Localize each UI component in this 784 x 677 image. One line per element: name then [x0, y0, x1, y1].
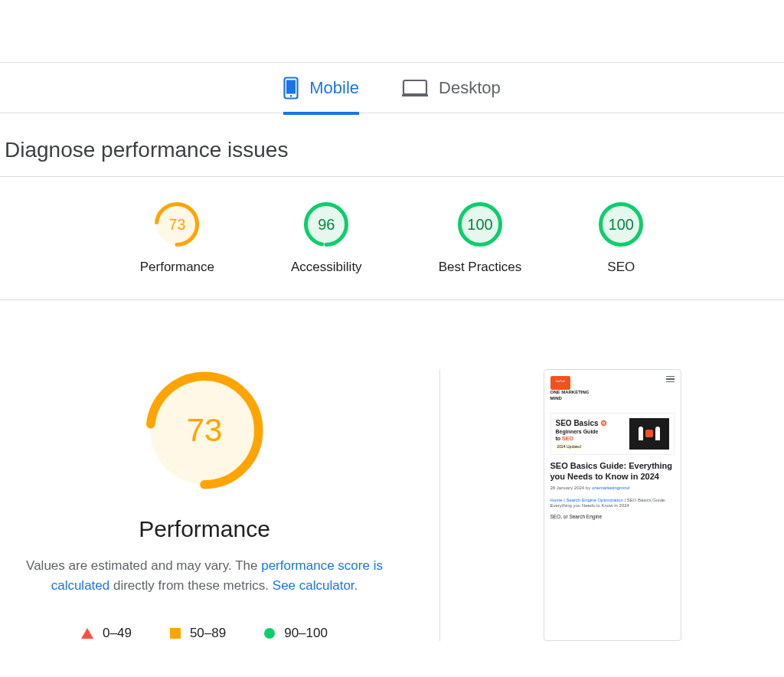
- svg-rect-4: [402, 94, 428, 96]
- see-calculator-link[interactable]: See calculator: [273, 578, 354, 593]
- tab-mobile[interactable]: Mobile: [283, 64, 359, 115]
- performance-value-big: 73: [187, 412, 223, 449]
- svg-rect-1: [286, 80, 296, 93]
- preview-post-title: SEO Basics Guide: Everything you Needs t…: [550, 461, 675, 482]
- preview-hero: SEO Basics ⚙ Beginners Guideto SEO 2024 …: [550, 413, 675, 456]
- tab-desktop-label: Desktop: [439, 78, 501, 98]
- tab-desktop[interactable]: Desktop: [402, 66, 501, 110]
- metric-label: Performance: [140, 260, 214, 275]
- metrics-row: 73Performance96Accessibility100Best Prac…: [0, 177, 784, 292]
- metric-label: SEO: [607, 260, 635, 275]
- metric-label: Best Practices: [439, 260, 522, 275]
- performance-label-big: Performance: [139, 516, 270, 542]
- preview-breadcrumb: Home | Search Engine Optimization | SEO …: [550, 498, 675, 510]
- performance-gauge-big: 73: [143, 369, 266, 492]
- gauge-icon: 100: [457, 201, 503, 247]
- gauge-icon: 96: [303, 201, 349, 247]
- preview-post-meta: 28 January 2024 by onemarketingmind: [550, 486, 675, 492]
- metric-performance[interactable]: 73Performance: [140, 201, 214, 275]
- diagnose-title: Diagnose performance issues: [5, 138, 784, 162]
- metric-accessibility[interactable]: 96Accessibility: [291, 201, 362, 275]
- metric-seo[interactable]: 100SEO: [598, 201, 644, 275]
- page-preview: 〰 ONE MARKETINGMIND SEO Basics ⚙ Beginne…: [544, 369, 681, 641]
- gauge-icon: 100: [598, 201, 644, 247]
- mobile-icon: [283, 77, 299, 100]
- square-orange-icon: [170, 628, 181, 639]
- svg-rect-3: [403, 80, 426, 94]
- score-legend: 0–49 50–89 90–100: [81, 626, 328, 641]
- triangle-red-icon: [81, 628, 93, 639]
- gauge-icon: 73: [154, 201, 200, 247]
- tab-mobile-label: Mobile: [309, 78, 359, 98]
- circle-green-icon: [264, 628, 275, 639]
- preview-logo-icon: 〰: [550, 376, 570, 390]
- device-tabs: Mobile Desktop: [0, 63, 784, 113]
- metric-label: Accessibility: [291, 260, 362, 275]
- metric-best-practices[interactable]: 100Best Practices: [439, 201, 522, 275]
- performance-description: Values are estimated and may vary. The p…: [0, 556, 409, 595]
- desktop-icon: [402, 79, 428, 97]
- hamburger-icon: [666, 376, 675, 382]
- svg-point-2: [290, 94, 292, 96]
- preview-excerpt: SEO, or Search Engine: [550, 514, 675, 520]
